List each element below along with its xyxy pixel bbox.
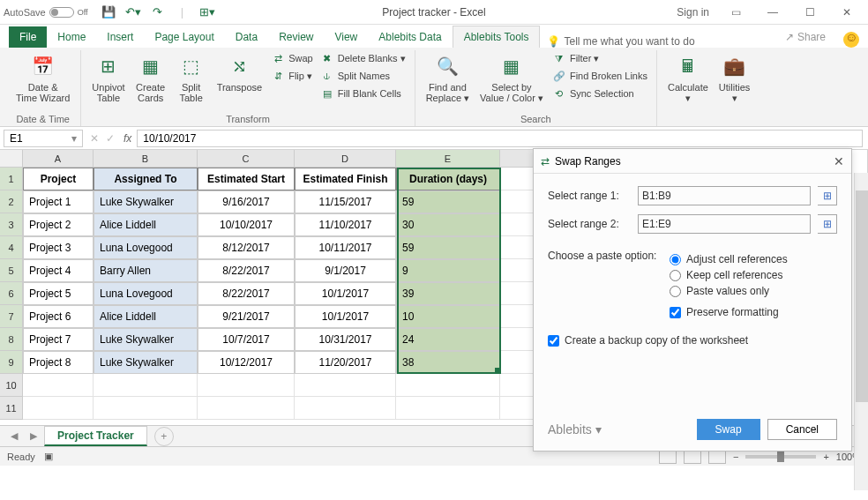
zoom-slider[interactable] [745,455,816,459]
sheet-nav-next[interactable]: ▶ [25,430,42,442]
empty-cell[interactable] [23,374,94,397]
ablebits-brand-dropdown[interactable]: Ablebits ▾ [548,422,602,437]
find-replace-button[interactable]: 🔍Find and Replace ▾ [423,50,473,106]
table-cell[interactable]: Alice Liddell [94,305,198,328]
column-header-E[interactable]: E [396,150,500,168]
empty-cell[interactable] [396,397,500,420]
sheet-nav-prev[interactable]: ◀ [5,430,23,442]
sign-in-link[interactable]: Sign in [677,6,709,19]
empty-cell[interactable] [295,374,396,397]
row-header-4[interactable]: 4 [0,236,23,259]
column-header-A[interactable]: A [23,150,94,168]
zoom-out-icon[interactable]: − [733,451,738,462]
enter-formula-icon[interactable]: ✓ [102,132,118,145]
range1-input[interactable]: B1:B9 [638,186,811,205]
radio-keep-references[interactable] [670,270,681,281]
row-header-1[interactable]: 1 [0,168,23,190]
fx-icon[interactable]: fx [118,132,137,145]
table-cell[interactable]: 9/21/2017 [198,305,295,328]
delete-blanks-button[interactable]: ✖Delete Blanks ▾ [318,50,408,66]
range1-picker-icon[interactable]: ⊞ [818,186,837,205]
table-cell[interactable]: 11/20/2017 [295,351,396,374]
row-header-9[interactable]: 9 [0,351,23,374]
swap-confirm-button[interactable]: Swap [697,419,760,440]
table-cell[interactable]: Project 2 [23,213,94,236]
table-cell[interactable]: 59 [396,190,500,213]
table-cell[interactable]: 9/16/2017 [198,190,295,213]
row-header-11[interactable]: 11 [0,397,23,420]
table-cell[interactable]: 10/12/2017 [198,351,295,374]
select-all-corner[interactable] [0,150,23,168]
radio-adjust-references[interactable] [670,254,681,265]
tab-view[interactable]: View [324,26,368,48]
autosave-toggle[interactable]: AutoSave Off [4,7,88,18]
table-cell[interactable]: 24 [396,328,500,351]
table-cell[interactable]: 8/12/2017 [198,236,295,259]
utilities-button[interactable]: 💼Utilities ▾ [715,50,753,106]
table-cell[interactable]: 39 [396,282,500,305]
empty-cell[interactable] [396,374,500,397]
empty-cell[interactable] [198,397,295,420]
undo-icon[interactable]: ↶▾ [123,3,143,22]
row-header-2[interactable]: 2 [0,190,23,213]
tab-insert[interactable]: Insert [96,26,144,48]
empty-cell[interactable] [23,397,94,420]
row-header-7[interactable]: 7 [0,305,23,328]
formula-input[interactable] [137,130,863,147]
table-cell[interactable]: 11/15/2017 [295,190,396,213]
table-cell[interactable]: 8/22/2017 [198,282,295,305]
fill-blank-button[interactable]: ▤Fill Blank Cells [318,86,408,101]
name-box[interactable]: E1▾ [4,130,83,147]
table-cell[interactable]: Luna Lovegood [94,236,198,259]
vertical-scrollbar[interactable] [854,173,868,490]
empty-cell[interactable] [94,374,198,397]
unpivot-table-button[interactable]: ⊞Unpivot Table [88,50,128,105]
feedback-icon[interactable] [843,32,859,48]
filter-button[interactable]: ⧩Filter ▾ [550,50,649,66]
tab-home[interactable]: Home [47,26,96,48]
qat-custom-icon[interactable]: ⊞▾ [198,3,217,22]
table-cell[interactable]: 10/10/2017 [198,213,295,236]
scrollbar-thumb[interactable] [856,190,868,402]
tab-page-layout[interactable]: Page Layout [144,26,224,48]
find-broken-links-button[interactable]: 🔗Find Broken Links [550,68,649,84]
minimize-icon[interactable]: — [755,2,790,23]
row-header-6[interactable]: 6 [0,282,23,305]
ribbon-display-icon[interactable]: ▭ [718,2,753,23]
tab-review[interactable]: Review [268,26,324,48]
table-cell[interactable]: Luke Skywalker [94,328,198,351]
table-cell[interactable]: 9 [396,259,500,282]
table-cell[interactable]: Project 6 [23,305,94,328]
create-cards-button[interactable]: ▦Create Cards [132,50,169,105]
row-header-5[interactable]: 5 [0,259,23,282]
row-header-8[interactable]: 8 [0,328,23,351]
tab-ablebits-data[interactable]: Ablebits Data [368,26,452,48]
row-header-3[interactable]: 3 [0,213,23,236]
tab-file[interactable]: File [9,26,47,48]
table-cell[interactable]: 38 [396,351,500,374]
table-cell[interactable]: Project 8 [23,351,94,374]
empty-cell[interactable] [198,374,295,397]
empty-cell[interactable] [94,397,198,420]
tell-me-search[interactable]: 💡 Tell me what you want to do [547,35,694,48]
split-names-button[interactable]: ⫝Split Names [318,68,408,84]
pane-close-icon[interactable]: ✕ [834,154,844,168]
table-cell[interactable]: 10/1/2017 [295,282,396,305]
table-cell[interactable]: Luke Skywalker [94,190,198,213]
column-header-C[interactable]: C [198,150,295,168]
table-cell[interactable]: 10 [396,305,500,328]
table-cell[interactable]: 9/1/2017 [295,259,396,282]
cancel-formula-icon[interactable]: ✕ [86,132,102,145]
table-cell[interactable]: 10/11/2017 [295,236,396,259]
table-cell[interactable]: 59 [396,236,500,259]
transpose-button[interactable]: ⤭Transpose [213,50,266,94]
range2-picker-icon[interactable]: ⊞ [818,214,837,234]
table-cell[interactable]: Alice Liddell [94,213,198,236]
table-cell[interactable]: Project 7 [23,328,94,351]
tab-ablebits-tools[interactable]: Ablebits Tools [453,26,541,48]
redo-icon[interactable]: ↷ [148,3,168,22]
table-cell[interactable]: Project 5 [23,282,94,305]
sync-selection-button[interactable]: ⟲Sync Selection [550,86,649,101]
zoom-in-icon[interactable]: + [823,451,828,462]
table-cell[interactable]: Luke Skywalker [94,351,198,374]
